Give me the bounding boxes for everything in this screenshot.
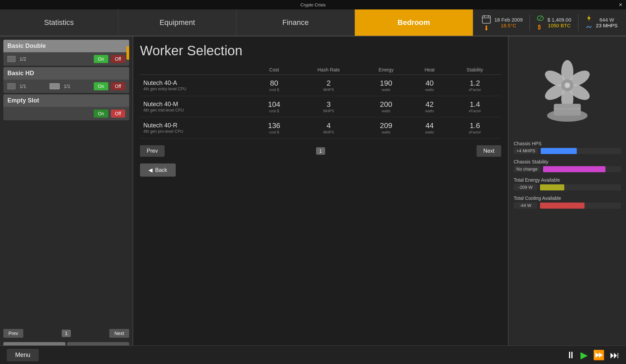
back-arrow-icon: ◀	[148, 167, 152, 173]
col-cost: Cost	[253, 65, 296, 75]
title-bar: Crypto Crisis ✕	[0, 0, 626, 9]
left-pagination: Prev 1 Next	[3, 327, 129, 339]
chassis-stability-bar-fill	[543, 166, 605, 172]
header-info: 18 Feb 2009 18.5°C ₿ $ 1,409.00 1050 BTC	[473, 9, 626, 36]
tab-equipment[interactable]: Equipment	[118, 9, 237, 36]
hdd-icon	[50, 83, 60, 89]
chassis-hps-bar-fill	[541, 148, 577, 154]
stats-section: Chassis HPS +4 MHPS Chassis Stability No…	[514, 141, 621, 209]
skip-forward-button[interactable]: ⏭	[610, 350, 619, 361]
svg-point-17	[565, 83, 570, 88]
slot-basic-double-header: Basic Double	[3, 40, 129, 52]
chassis-stability-bar-container: No change	[514, 166, 621, 172]
worker-table: Cost Hash Rate Energy Heat Stability Nut…	[140, 65, 501, 139]
calendar-icon	[482, 14, 491, 24]
playback-controls: ⏸ ▶ ⏩ ⏭	[566, 350, 619, 361]
left-prev-btn[interactable]: Prev	[3, 329, 23, 338]
nav-tabs: Statistics Equipment Finance Bedroom	[0, 9, 473, 36]
col-energy: Energy	[362, 65, 411, 75]
slot-basic-hd-header: Basic HD	[3, 67, 129, 80]
slot-basic-hd-on-btn[interactable]: On	[94, 82, 108, 90]
divider-1	[530, 14, 530, 31]
cooling-bar-bg	[540, 203, 621, 209]
left-next-btn[interactable]: Next	[109, 329, 129, 338]
table-nav: Prev 1 Next	[140, 145, 501, 157]
worker-slot-basic-double[interactable]: Basic Double 1/2 On Off	[3, 40, 129, 66]
table-next-btn[interactable]: Next	[477, 145, 501, 157]
slot-basic-hd-off-btn[interactable]: Off	[111, 82, 125, 90]
left-page-num: 1	[62, 330, 71, 337]
date-temp-block: 18 Feb 2009 18.5°C	[494, 17, 523, 28]
chassis-hps-bar-container: +4 MHPS	[514, 148, 621, 154]
col-hashrate: Hash Rate	[296, 65, 362, 75]
power-hash-block: 644 W 23 MHPS	[596, 17, 618, 28]
col-stability: Stability	[449, 65, 501, 75]
chassis-stability-row: Chassis Stability No change	[514, 159, 621, 172]
svg-rect-4	[486, 25, 487, 29]
fast-forward-button[interactable]: ⏩	[593, 350, 605, 361]
slot-basic-double-controls: 1/2 On Off	[3, 52, 129, 66]
worker-selection-title: Worker Selection	[140, 43, 501, 58]
table-row[interactable]: Nutech 40-R 4th gen pro-level CPU 136 co…	[140, 117, 501, 139]
energy-bar-bg	[540, 184, 621, 190]
window-title: Crypto Crisis	[301, 2, 325, 7]
close-button[interactable]: ✕	[619, 2, 623, 7]
leaf-icon	[537, 14, 544, 22]
energy-row: Total Energy Available -209 W	[514, 177, 621, 190]
worker-slot-empty[interactable]: Empty Slot On Off	[3, 94, 129, 120]
bottom-bar: Menu ⏸ ▶ ⏩ ⏭	[0, 345, 626, 364]
slot-empty-off-btn[interactable]: Off	[111, 110, 125, 118]
table-page-num: 1	[316, 147, 325, 155]
rig-image	[514, 41, 621, 136]
tab-statistics[interactable]: Statistics	[0, 9, 118, 36]
header: Statistics Equipment Finance Bedroom	[0, 9, 626, 36]
cpu-icon-2	[7, 83, 16, 89]
slot-empty-on-btn[interactable]: On	[94, 110, 108, 118]
table-row[interactable]: Nutech 40-A 4th gen entry-level CPU 80 c…	[140, 75, 501, 96]
thermometer-icon	[483, 25, 489, 31]
slot-basic-hd-controls: 1/1 1/1 On Off	[3, 80, 129, 93]
tab-finance[interactable]: Finance	[236, 9, 355, 36]
svg-text:₿: ₿	[538, 24, 541, 30]
menu-button[interactable]: Menu	[7, 349, 39, 361]
svg-marker-8	[587, 15, 591, 21]
slot-empty-controls: On Off	[3, 107, 129, 120]
slot-basic-double-off-btn[interactable]: Off	[111, 55, 125, 63]
table-header-row: Cost Hash Rate Energy Heat Stability	[140, 65, 501, 75]
energy-bar-container: -209 W	[514, 184, 621, 190]
selected-indicator	[126, 46, 129, 60]
svg-rect-19	[554, 104, 581, 116]
col-name	[140, 65, 253, 75]
bitcoin-icon: ₿	[537, 23, 544, 31]
chassis-hps-row: Chassis HPS +4 MHPS	[514, 141, 621, 154]
center-panel: Worker Selection Cost Hash Rate Energy H…	[133, 36, 508, 364]
back-button[interactable]: ◀ Back	[140, 163, 176, 177]
play-button[interactable]: ▶	[580, 350, 588, 361]
chassis-stability-bar-bg	[543, 166, 621, 172]
cooling-bar-fill	[540, 203, 585, 209]
cooling-bar-container: -44 W	[514, 202, 621, 209]
hashrate-icon	[585, 23, 593, 31]
left-panel: Basic Double 1/2 On Off Basic HD 1/1 1/1…	[0, 36, 133, 364]
energy-bar-fill	[540, 184, 564, 190]
chassis-hps-bar-bg	[541, 148, 621, 154]
main-content: Basic Double 1/2 On Off Basic HD 1/1 1/1…	[0, 36, 626, 364]
lightning-icon	[585, 14, 593, 22]
col-heat: Heat	[411, 65, 449, 75]
pause-button[interactable]: ⏸	[566, 350, 575, 361]
worker-slot-basic-hd[interactable]: Basic HD 1/1 1/1 On Off	[3, 67, 129, 93]
right-panel: Chassis HPS +4 MHPS Chassis Stability No…	[508, 36, 626, 364]
cooling-row: Total Cooling Available -44 W	[514, 195, 621, 209]
tab-bedroom[interactable]: Bedroom	[355, 9, 473, 36]
slot-empty-header: Empty Slot	[3, 94, 129, 107]
slot-basic-double-on-btn[interactable]: On	[94, 55, 108, 63]
money-btc-block: $ 1,409.00 1050 BTC	[547, 17, 571, 28]
divider-2	[578, 14, 578, 31]
rig-svg	[534, 52, 601, 126]
cpu-icon	[7, 56, 16, 62]
svg-rect-0	[482, 16, 490, 23]
table-prev-btn[interactable]: Prev	[140, 145, 165, 157]
svg-point-5	[485, 28, 487, 30]
table-row[interactable]: Nutech 40-M 4th gen mid-level CPU 104 co…	[140, 96, 501, 117]
